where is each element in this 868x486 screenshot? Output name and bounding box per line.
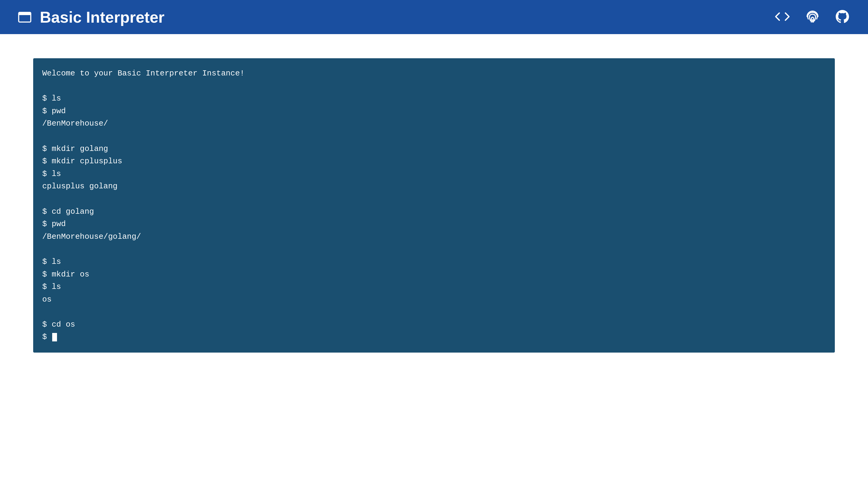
terminal-line-4: $ mkdir golang [42, 143, 826, 155]
header-right [775, 9, 850, 25]
terminal-welcome: Welcome to your Basic Interpreter Instan… [42, 67, 826, 80]
terminal-line-15: $ cd os [42, 318, 826, 331]
terminal-line-11: $ ls [42, 256, 826, 268]
terminal-line-10: /BenMorehouse/golang/ [42, 231, 826, 243]
terminal-line-14: os [42, 293, 826, 306]
app-header: Basic Interpreter [0, 0, 868, 34]
terminal-blank-4 [42, 243, 826, 256]
terminal-blank-5 [42, 306, 826, 318]
terminal-line-3: /BenMorehouse/ [42, 117, 826, 130]
terminal-prompt-active: $ [42, 331, 826, 344]
terminal-line-8: $ cd golang [42, 206, 826, 218]
main-content: Welcome to your Basic Interpreter Instan… [0, 34, 868, 377]
terminal-line-12: $ mkdir os [42, 268, 826, 281]
terminal-line-13: $ ls [42, 281, 826, 293]
terminal-line-7: cplusplus golang [42, 180, 826, 193]
svg-rect-1 [19, 12, 31, 15]
terminal-line-6: $ ls [42, 168, 826, 180]
terminal-cursor [52, 333, 57, 341]
github-icon[interactable] [835, 9, 850, 25]
terminal[interactable]: Welcome to your Basic Interpreter Instan… [33, 58, 835, 352]
app-title: Basic Interpreter [40, 8, 164, 26]
window-icon [18, 12, 31, 23]
terminal-blank-1 [42, 80, 826, 93]
terminal-line-2: $ pwd [42, 105, 826, 118]
code-icon[interactable] [775, 10, 790, 24]
fingerprint-icon[interactable] [805, 9, 820, 25]
terminal-line-9: $ pwd [42, 218, 826, 231]
terminal-blank-3 [42, 193, 826, 206]
terminal-line-5: $ mkdir cplusplus [42, 155, 826, 168]
terminal-blank-2 [42, 130, 826, 143]
terminal-line-1: $ ls [42, 92, 826, 105]
header-left: Basic Interpreter [18, 8, 164, 26]
